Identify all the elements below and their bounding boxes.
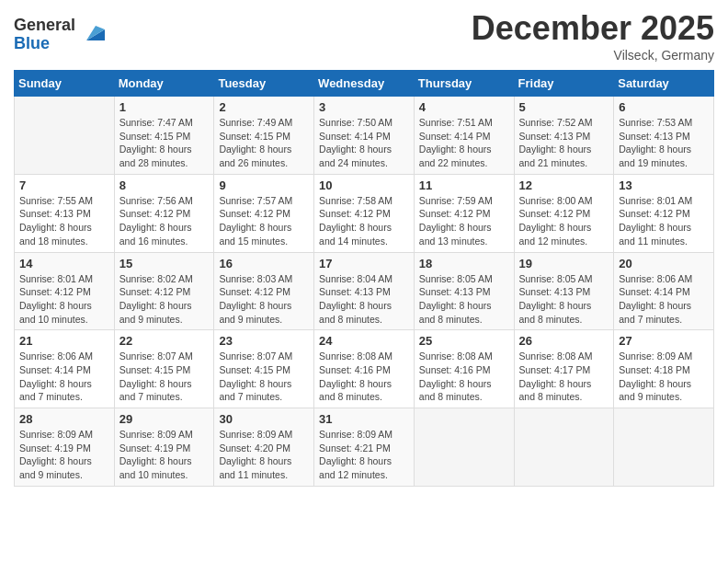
day-detail: Sunrise: 8:00 AMSunset: 4:12 PMDaylight:…	[519, 194, 609, 248]
day-detail: Sunrise: 8:07 AMSunset: 4:15 PMDaylight:…	[119, 350, 210, 404]
calendar-week-row: 1Sunrise: 7:47 AMSunset: 4:15 PMDaylight…	[15, 97, 714, 175]
calendar-cell: 28Sunrise: 8:09 AMSunset: 4:19 PMDayligh…	[15, 408, 115, 487]
weekday-header-monday: Monday	[114, 71, 214, 97]
calendar-cell: 24Sunrise: 8:08 AMSunset: 4:16 PMDayligh…	[314, 330, 415, 408]
day-number: 13	[619, 178, 709, 192]
weekday-header-friday: Friday	[514, 71, 614, 97]
day-detail: Sunrise: 8:09 AMSunset: 4:20 PMDaylight:…	[219, 428, 309, 482]
day-detail: Sunrise: 8:09 AMSunset: 4:18 PMDaylight:…	[619, 350, 709, 404]
day-number: 8	[119, 178, 210, 192]
day-number: 20	[619, 257, 709, 270]
day-detail: Sunrise: 7:49 AMSunset: 4:15 PMDaylight:…	[219, 116, 309, 170]
day-number: 30	[219, 412, 309, 426]
calendar-cell: 5Sunrise: 7:52 AMSunset: 4:13 PMDaylight…	[514, 97, 614, 175]
calendar-cell: 21Sunrise: 8:06 AMSunset: 4:14 PMDayligh…	[15, 330, 115, 408]
day-number: 19	[519, 257, 609, 270]
calendar-cell: 13Sunrise: 8:01 AMSunset: 4:12 PMDayligh…	[614, 174, 714, 252]
calendar-cell	[15, 97, 115, 175]
weekday-header-tuesday: Tuesday	[214, 71, 314, 97]
logo: General Blue	[14, 17, 105, 53]
calendar-cell: 25Sunrise: 8:08 AMSunset: 4:16 PMDayligh…	[414, 330, 514, 408]
calendar-cell: 3Sunrise: 7:50 AMSunset: 4:14 PMDaylight…	[314, 97, 415, 175]
day-detail: Sunrise: 8:03 AMSunset: 4:12 PMDaylight:…	[219, 272, 309, 327]
day-number: 21	[19, 334, 109, 348]
day-detail: Sunrise: 7:59 AMSunset: 4:12 PMDaylight:…	[419, 194, 509, 248]
location-text: Vilseck, Germany	[472, 48, 714, 63]
calendar-cell: 10Sunrise: 7:58 AMSunset: 4:12 PMDayligh…	[314, 174, 415, 252]
day-detail: Sunrise: 8:05 AMSunset: 4:13 PMDaylight:…	[519, 272, 609, 327]
day-detail: Sunrise: 8:05 AMSunset: 4:13 PMDaylight:…	[419, 272, 509, 327]
day-detail: Sunrise: 7:51 AMSunset: 4:14 PMDaylight:…	[419, 116, 509, 170]
calendar-cell: 6Sunrise: 7:53 AMSunset: 4:13 PMDaylight…	[614, 97, 714, 175]
month-title: December 2025	[472, 9, 714, 48]
weekday-header-thursday: Thursday	[414, 71, 514, 97]
day-number: 25	[419, 334, 509, 348]
day-number: 2	[219, 100, 309, 114]
calendar-cell: 17Sunrise: 8:04 AMSunset: 4:13 PMDayligh…	[314, 252, 415, 330]
calendar-cell: 1Sunrise: 7:47 AMSunset: 4:15 PMDaylight…	[114, 97, 214, 175]
title-area: December 2025 Vilseck, Germany	[472, 9, 714, 63]
calendar-cell	[614, 408, 714, 487]
day-detail: Sunrise: 8:01 AMSunset: 4:12 PMDaylight:…	[19, 272, 109, 327]
day-number: 5	[519, 100, 609, 114]
calendar-cell: 8Sunrise: 7:56 AMSunset: 4:12 PMDaylight…	[114, 174, 214, 252]
day-detail: Sunrise: 8:06 AMSunset: 4:14 PMDaylight:…	[619, 272, 709, 327]
day-detail: Sunrise: 8:06 AMSunset: 4:14 PMDaylight:…	[19, 350, 109, 404]
day-number: 28	[19, 412, 109, 426]
day-number: 22	[119, 334, 210, 348]
day-detail: Sunrise: 7:52 AMSunset: 4:13 PMDaylight:…	[519, 116, 609, 170]
calendar-cell: 18Sunrise: 8:05 AMSunset: 4:13 PMDayligh…	[414, 252, 514, 330]
day-number: 26	[519, 334, 609, 348]
calendar-cell: 15Sunrise: 8:02 AMSunset: 4:12 PMDayligh…	[114, 252, 214, 330]
day-detail: Sunrise: 8:02 AMSunset: 4:12 PMDaylight:…	[119, 272, 210, 327]
calendar-cell: 14Sunrise: 8:01 AMSunset: 4:12 PMDayligh…	[15, 252, 115, 330]
calendar-cell: 16Sunrise: 8:03 AMSunset: 4:12 PMDayligh…	[214, 252, 314, 330]
day-number: 12	[519, 178, 609, 192]
day-detail: Sunrise: 7:57 AMSunset: 4:12 PMDaylight:…	[219, 194, 309, 248]
calendar-cell	[414, 408, 514, 487]
calendar-week-row: 28Sunrise: 8:09 AMSunset: 4:19 PMDayligh…	[15, 408, 714, 487]
day-number: 9	[219, 178, 309, 192]
calendar-cell: 7Sunrise: 7:55 AMSunset: 4:13 PMDaylight…	[15, 174, 115, 252]
day-number: 14	[19, 257, 109, 270]
calendar-cell: 9Sunrise: 7:57 AMSunset: 4:12 PMDaylight…	[214, 174, 314, 252]
day-detail: Sunrise: 8:09 AMSunset: 4:21 PMDaylight:…	[319, 428, 409, 482]
calendar-cell: 19Sunrise: 8:05 AMSunset: 4:13 PMDayligh…	[514, 252, 614, 330]
calendar-cell: 2Sunrise: 7:49 AMSunset: 4:15 PMDaylight…	[214, 97, 314, 175]
calendar-week-row: 14Sunrise: 8:01 AMSunset: 4:12 PMDayligh…	[15, 252, 714, 330]
day-detail: Sunrise: 8:09 AMSunset: 4:19 PMDaylight:…	[119, 428, 210, 482]
calendar-week-row: 7Sunrise: 7:55 AMSunset: 4:13 PMDaylight…	[15, 174, 714, 252]
calendar-cell: 4Sunrise: 7:51 AMSunset: 4:14 PMDaylight…	[414, 97, 514, 175]
day-number: 24	[319, 334, 409, 348]
calendar-cell: 29Sunrise: 8:09 AMSunset: 4:19 PMDayligh…	[114, 408, 214, 487]
day-number: 23	[219, 334, 309, 348]
day-number: 11	[419, 178, 509, 192]
logo-blue-text: Blue	[14, 35, 75, 53]
day-number: 16	[219, 257, 309, 270]
calendar-cell	[514, 408, 614, 487]
day-number: 18	[419, 257, 509, 270]
weekday-header-sunday: Sunday	[15, 71, 115, 97]
calendar-cell: 27Sunrise: 8:09 AMSunset: 4:18 PMDayligh…	[614, 330, 714, 408]
day-detail: Sunrise: 8:01 AMSunset: 4:12 PMDaylight:…	[619, 194, 709, 248]
day-detail: Sunrise: 7:53 AMSunset: 4:13 PMDaylight:…	[619, 116, 709, 170]
calendar-cell: 20Sunrise: 8:06 AMSunset: 4:14 PMDayligh…	[614, 252, 714, 330]
day-number: 29	[119, 412, 210, 426]
day-number: 27	[619, 334, 709, 348]
day-number: 31	[319, 412, 409, 426]
day-number: 4	[419, 100, 509, 114]
logo-general-text: General	[14, 17, 75, 35]
day-detail: Sunrise: 7:50 AMSunset: 4:14 PMDaylight:…	[319, 116, 409, 170]
calendar-cell: 31Sunrise: 8:09 AMSunset: 4:21 PMDayligh…	[314, 408, 415, 487]
day-number: 7	[19, 178, 109, 192]
calendar-table: SundayMondayTuesdayWednesdayThursdayFrid…	[14, 70, 714, 487]
day-detail: Sunrise: 8:08 AMSunset: 4:16 PMDaylight:…	[319, 350, 409, 404]
day-number: 3	[319, 100, 409, 114]
day-detail: Sunrise: 7:47 AMSunset: 4:15 PMDaylight:…	[119, 116, 210, 170]
day-detail: Sunrise: 7:58 AMSunset: 4:12 PMDaylight:…	[319, 194, 409, 248]
calendar-cell: 30Sunrise: 8:09 AMSunset: 4:20 PMDayligh…	[214, 408, 314, 487]
day-detail: Sunrise: 8:08 AMSunset: 4:16 PMDaylight:…	[419, 350, 509, 404]
day-detail: Sunrise: 7:56 AMSunset: 4:12 PMDaylight:…	[119, 194, 210, 248]
weekday-header-row: SundayMondayTuesdayWednesdayThursdayFrid…	[15, 71, 714, 97]
day-number: 10	[319, 178, 409, 192]
